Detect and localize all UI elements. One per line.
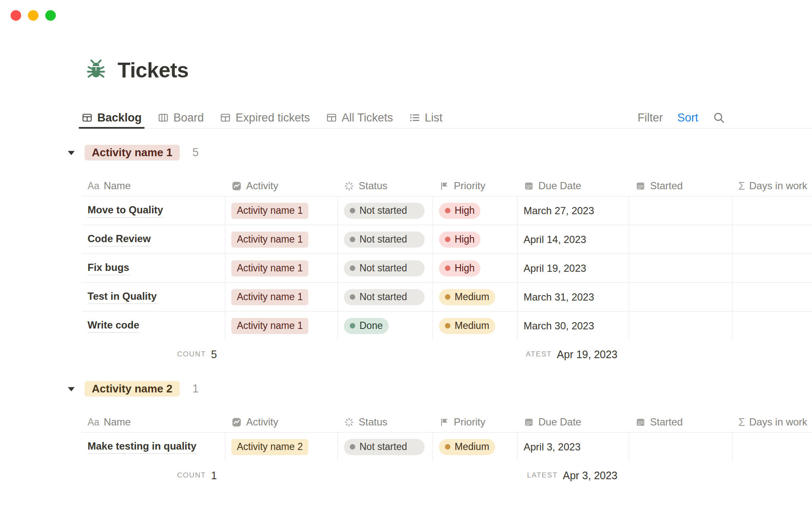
column-header-started[interactable]: Started — [629, 412, 732, 432]
column-header-name[interactable]: AaName — [82, 412, 225, 432]
table-row[interactable]: Code ReviewActivity name 1Not startedHig… — [82, 225, 812, 254]
table-row[interactable]: Fix bugsActivity name 1Not startedHighAp… — [82, 254, 812, 282]
column-header-due-date[interactable]: Due Date — [518, 176, 629, 196]
cell-days-in-work[interactable] — [732, 196, 812, 225]
cell-days-in-work[interactable] — [732, 312, 812, 340]
activity-tag[interactable]: Activity name 1 — [231, 232, 308, 248]
priority-pill[interactable]: High — [439, 203, 480, 219]
cell-priority[interactable]: Medium — [433, 283, 518, 311]
cell-started[interactable] — [629, 254, 732, 282]
status-pill[interactable]: Not started — [344, 260, 425, 276]
column-header-priority[interactable]: Priority — [433, 412, 518, 432]
cell-name[interactable]: Make testing in quality — [82, 433, 225, 461]
cell-due-date[interactable]: April 19, 2023 — [518, 254, 629, 282]
column-header-started[interactable]: Started — [629, 176, 732, 196]
tab-backlog[interactable]: Backlog — [82, 107, 142, 128]
tab-expired-tickets[interactable]: Expired tickets — [220, 107, 310, 128]
status-pill[interactable]: Done — [344, 318, 389, 334]
cell-status[interactable]: Not started — [338, 225, 433, 254]
cell-started[interactable] — [629, 196, 732, 225]
cell-priority[interactable]: Medium — [433, 312, 518, 340]
table-row[interactable]: Make testing in qualityActivity name 2No… — [82, 432, 812, 461]
table-row[interactable]: Move to QualityActivity name 1Not starte… — [82, 196, 812, 225]
cell-priority[interactable]: High — [433, 225, 518, 254]
column-header-status[interactable]: Status — [338, 176, 433, 196]
cell-status[interactable]: Not started — [338, 433, 433, 461]
cell-started[interactable] — [629, 312, 732, 340]
search-icon[interactable] — [713, 111, 725, 124]
cell-name[interactable]: Code Review — [82, 225, 225, 254]
summary-count[interactable]: COUNT1 — [82, 461, 225, 490]
column-header-activity[interactable]: Activity — [225, 176, 338, 196]
cell-started[interactable] — [629, 225, 732, 254]
cell-due-date[interactable]: March 30, 2023 — [518, 312, 629, 340]
status-pill[interactable]: Not started — [344, 289, 425, 305]
cell-name[interactable]: Fix bugs — [82, 254, 225, 282]
status-pill[interactable]: Not started — [344, 439, 425, 455]
table-row[interactable]: Write codeActivity name 1DoneMediumMarch… — [82, 311, 812, 340]
cell-days-in-work[interactable] — [732, 254, 812, 282]
cell-due-date[interactable]: April 3, 2023 — [518, 433, 629, 461]
collapse-toggle-icon[interactable] — [67, 149, 75, 157]
cell-status[interactable]: Not started — [338, 196, 433, 225]
priority-pill[interactable]: Medium — [439, 318, 495, 334]
cell-activity[interactable]: Activity name 2 — [225, 433, 338, 461]
column-header-activity[interactable]: Activity — [225, 412, 338, 432]
summary-latest[interactable]: ATESTApr 19, 2023 — [518, 340, 629, 369]
cell-name[interactable]: Write code — [82, 312, 225, 340]
tab-list[interactable]: List — [409, 107, 442, 128]
cell-started[interactable] — [629, 283, 732, 311]
cell-activity[interactable]: Activity name 1 — [225, 312, 338, 340]
close-button[interactable] — [11, 10, 21, 21]
cell-status[interactable]: Not started — [338, 254, 433, 282]
priority-pill[interactable]: High — [439, 232, 480, 248]
sort-button[interactable]: Sort — [677, 111, 698, 124]
cell-priority[interactable]: High — [433, 196, 518, 225]
column-header-status[interactable]: Status — [338, 412, 433, 432]
status-pill[interactable]: Not started — [344, 232, 425, 248]
status-pill[interactable]: Not started — [344, 203, 425, 219]
cell-due-date[interactable]: April 14, 2023 — [518, 225, 629, 254]
cell-activity[interactable]: Activity name 1 — [225, 283, 338, 311]
tab-all-tickets[interactable]: All Tickets — [326, 107, 393, 128]
activity-tag[interactable]: Activity name 1 — [231, 318, 308, 334]
tab-board[interactable]: Board — [158, 107, 204, 128]
cell-activity[interactable]: Activity name 1 — [225, 225, 338, 254]
summary-latest[interactable]: LATESTApr 3, 2023 — [518, 461, 629, 490]
group-badge[interactable]: Activity name 1 — [85, 145, 180, 160]
activity-tag[interactable]: Activity name 2 — [231, 439, 308, 455]
column-header-due-date[interactable]: Due Date — [518, 412, 629, 432]
priority-pill[interactable]: Medium — [439, 289, 495, 305]
cell-name[interactable]: Move to Quality — [82, 196, 225, 225]
cell-status[interactable]: Done — [338, 312, 433, 340]
column-header-priority[interactable]: Priority — [433, 176, 518, 196]
cell-days-in-work[interactable] — [732, 283, 812, 311]
cell-activity[interactable]: Activity name 1 — [225, 196, 338, 225]
group-badge[interactable]: Activity name 2 — [85, 381, 180, 397]
cell-days-in-work[interactable] — [732, 225, 812, 254]
activity-tag[interactable]: Activity name 1 — [231, 260, 308, 276]
minimize-button[interactable] — [28, 10, 38, 21]
priority-pill[interactable]: High — [439, 260, 480, 276]
priority-pill[interactable]: Medium — [439, 439, 495, 455]
cell-due-date[interactable]: March 31, 2023 — [518, 283, 629, 311]
page-title[interactable]: Tickets — [118, 58, 189, 83]
table-row[interactable]: Test in QualityActivity name 1Not starte… — [82, 282, 812, 311]
cell-due-date[interactable]: March 27, 2023 — [518, 196, 629, 225]
cell-activity[interactable]: Activity name 1 — [225, 254, 338, 282]
cell-priority[interactable]: Medium — [433, 433, 518, 461]
activity-tag[interactable]: Activity name 1 — [231, 289, 308, 305]
zoom-button[interactable] — [45, 10, 56, 21]
column-header-days-in-work[interactable]: ΣDays in work — [732, 412, 812, 432]
activity-tag[interactable]: Activity name 1 — [231, 203, 308, 219]
cell-name[interactable]: Test in Quality — [82, 283, 225, 311]
cell-priority[interactable]: High — [433, 254, 518, 282]
cell-days-in-work[interactable] — [732, 433, 812, 461]
filter-button[interactable]: Filter — [637, 111, 663, 124]
column-header-name[interactable]: AaName — [82, 176, 225, 196]
column-header-days-in-work[interactable]: ΣDays in work — [732, 176, 812, 196]
collapse-toggle-icon[interactable] — [67, 385, 75, 393]
cell-started[interactable] — [629, 433, 732, 461]
cell-status[interactable]: Not started — [338, 283, 433, 311]
summary-count[interactable]: COUNT5 — [82, 340, 225, 369]
